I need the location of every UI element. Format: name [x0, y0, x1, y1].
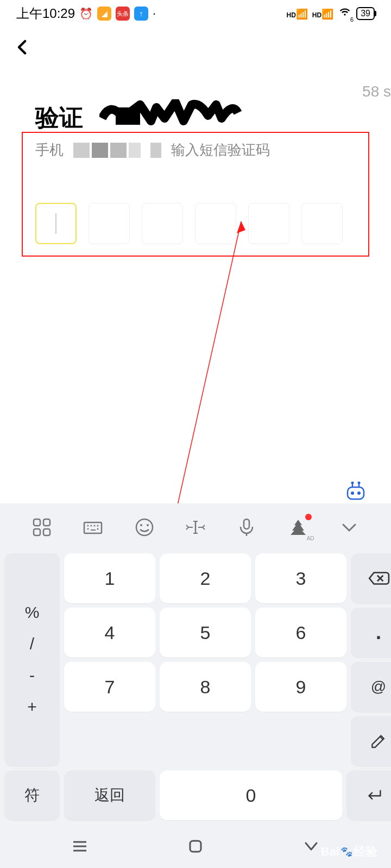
kb-keyboard-icon[interactable] [81, 515, 105, 539]
notification-dot [305, 514, 312, 520]
kb-key-return[interactable]: 返回 [64, 770, 155, 820]
hd-signal-2: HD📶 [312, 7, 333, 21]
app-icon-toutiao: 头条 [116, 7, 130, 21]
svg-rect-13 [84, 522, 102, 533]
svg-point-21 [136, 519, 153, 535]
svg-point-4 [357, 492, 361, 495]
kb-collapse-icon[interactable] [337, 515, 361, 539]
status-dot: · [153, 7, 156, 21]
svg-point-7 [351, 482, 354, 484]
kb-backspace[interactable] [351, 553, 391, 603]
keyboard-bottom-row: 符 返回 0 [0, 770, 391, 825]
keyboard-grid: % / - + 1 2 3 4 5 6 . 7 8 9 @ [0, 549, 391, 770]
keyboard: AD % / - + 1 2 3 4 5 6 . 7 8 9 @ 符 返回 [0, 503, 391, 868]
keyboard-assistant-icon[interactable] [345, 481, 372, 508]
nav-recent[interactable] [70, 837, 90, 858]
title-redaction [99, 99, 246, 129]
svg-point-18 [87, 528, 89, 530]
status-left: 上午10:29 ⏰ ◢ 头条 ↑ · [16, 5, 156, 22]
back-button[interactable] [14, 38, 377, 59]
kb-symbol-column[interactable]: % / - + [4, 553, 60, 766]
kb-emoji-icon[interactable] [133, 515, 156, 539]
kb-key-4[interactable]: 4 [64, 608, 155, 658]
svg-point-20 [97, 528, 99, 530]
kb-key-edit[interactable] [351, 716, 391, 766]
kb-tree-icon[interactable]: AD [286, 515, 310, 539]
kb-voice-icon[interactable] [235, 515, 258, 539]
svg-rect-27 [244, 519, 249, 529]
svg-point-8 [358, 482, 361, 484]
kb-key-6[interactable]: 6 [255, 608, 346, 658]
kb-key-7[interactable]: 7 [64, 662, 155, 712]
status-right: HD📶 HD📶 6 39 [287, 5, 375, 22]
svg-point-16 [94, 525, 96, 527]
countdown-timer: 58 s [362, 83, 391, 100]
svg-rect-32 [190, 841, 201, 852]
nav-home[interactable] [186, 837, 205, 858]
kb-key-5[interactable]: 5 [160, 608, 251, 658]
kb-cursor-move-icon[interactable] [184, 515, 207, 539]
title-row: 验证 [35, 102, 356, 134]
paw-icon: 🐾 [340, 846, 352, 858]
kb-key-slash: / [30, 635, 34, 653]
app-icon-update: ↑ [134, 7, 148, 21]
watermark: Bai 🐾 经验 [321, 844, 377, 860]
kb-key-symbol[interactable]: 符 [4, 770, 60, 820]
kb-key-3[interactable]: 3 [255, 553, 346, 603]
annotation-box [22, 132, 369, 257]
svg-rect-10 [43, 519, 50, 526]
kb-key-at[interactable]: @ [351, 662, 391, 712]
header-bar [0, 27, 391, 69]
kb-key-2[interactable]: 2 [160, 553, 251, 603]
status-time: 上午10:29 [16, 5, 75, 22]
battery-icon: 39 [356, 7, 375, 20]
wifi-icon: 6 [338, 5, 352, 22]
app-icon-notes: ◢ [97, 7, 111, 21]
svg-rect-12 [43, 529, 50, 535]
svg-rect-0 [116, 107, 140, 125]
svg-point-15 [91, 525, 92, 527]
svg-point-14 [87, 525, 89, 527]
kb-key-plus: + [27, 698, 37, 716]
status-bar: 上午10:29 ⏰ ◢ 头条 ↑ · HD📶 HD📶 6 39 [0, 0, 391, 27]
svg-point-23 [147, 524, 149, 526]
kb-key-0[interactable]: 0 [160, 770, 342, 820]
svg-point-3 [351, 492, 354, 495]
kb-key-minus: - [29, 666, 35, 685]
alarm-icon: ⏰ [79, 7, 93, 20]
page-title: 验证 [35, 102, 83, 134]
kb-layout-icon[interactable] [30, 515, 54, 539]
svg-point-17 [97, 525, 99, 527]
kb-key-1[interactable]: 1 [64, 553, 155, 603]
kb-key-9[interactable]: 9 [255, 662, 346, 712]
svg-point-22 [140, 524, 142, 526]
svg-rect-11 [34, 529, 40, 535]
kb-key-dot[interactable]: . [351, 608, 391, 658]
kb-key-8[interactable]: 8 [160, 662, 251, 712]
keyboard-toolbar: AD [0, 503, 391, 549]
svg-rect-9 [34, 519, 40, 526]
svg-rect-2 [348, 487, 364, 499]
kb-key-enter[interactable] [346, 770, 391, 820]
hd-signal-1: HD📶 [287, 7, 308, 21]
nav-back[interactable] [301, 837, 321, 858]
kb-key-percent: % [25, 603, 40, 622]
